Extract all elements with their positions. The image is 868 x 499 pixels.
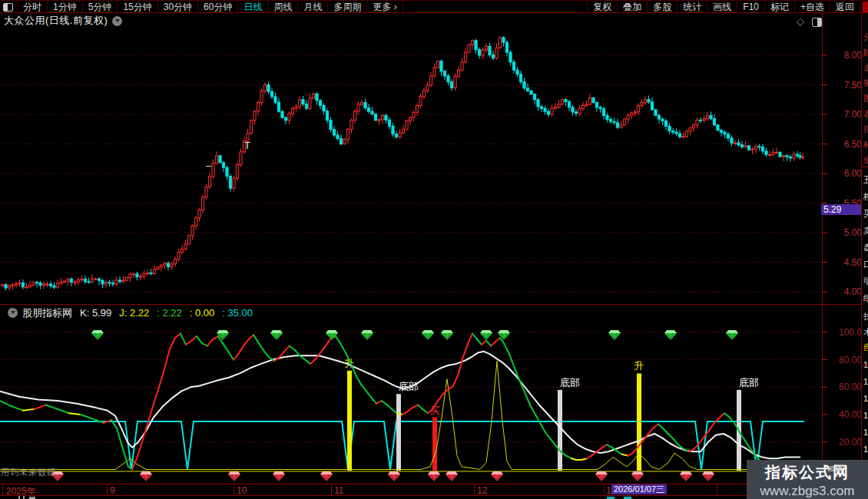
- indicator-axis-label: 100.0: [823, 327, 862, 338]
- sidebar-clipped-glyph: 1: [863, 444, 868, 454]
- watermark-url: www.zbgs3.com: [747, 484, 868, 499]
- sidebar-clipped-glyph: 1: [863, 394, 868, 403]
- toolbar-period-2[interactable]: 5分钟: [83, 2, 118, 13]
- price-axis-label: 8.00: [823, 50, 862, 61]
- price-axis-label: 6.00: [823, 168, 862, 179]
- price-axis-label: 5.00: [823, 227, 862, 238]
- sidebar-clipped-glyph: 指: [863, 124, 868, 135]
- gem-icon: [217, 330, 229, 340]
- toolbar-action-5[interactable]: F10: [737, 2, 765, 13]
- future-data-note: 用到未来数据: [1, 467, 56, 478]
- toolbar-action-2[interactable]: 多股: [648, 2, 678, 13]
- gem-icon: [326, 330, 338, 340]
- sidebar-clipped-glyph: 技: [863, 311, 868, 322]
- toolbar-action-0[interactable]: 复权: [587, 2, 618, 13]
- toolbar-period-9[interactable]: 多周期: [328, 2, 367, 13]
- sidebar-clipped-glyph: 自: [863, 342, 868, 353]
- toolbar-period-5[interactable]: 60分钟: [198, 2, 238, 13]
- indicator-value-0: K: 5.99: [80, 307, 111, 319]
- price-axis-label: 4.00: [823, 286, 862, 297]
- toolbar-action-7[interactable]: +自选: [795, 2, 830, 13]
- toolbar-period-8[interactable]: 月线: [298, 2, 328, 13]
- panel-toggle-icon[interactable]: [812, 18, 822, 27]
- sidebar-separator: [862, 167, 868, 167]
- toolbar-period-1[interactable]: 1分钟: [48, 2, 83, 13]
- sidebar-clipped-glyph: 买: [863, 208, 868, 220]
- price-axis-label: 7.00: [823, 109, 862, 120]
- gem-icon: [441, 330, 453, 340]
- sidebar-clipped-glyph: 术: [863, 326, 868, 338]
- sidebar-clipped-glyph: 标: [863, 139, 868, 150]
- stock-title: 大众公用(日线.前复权): [4, 14, 108, 28]
- indicator-collapse-icon[interactable]: [8, 308, 18, 318]
- signal-label: 底部: [739, 377, 759, 388]
- indicator-value-1: J: 2.22: [119, 307, 149, 319]
- date-label: 9: [110, 485, 115, 496]
- sidebar-clipped-glyph: 势: [863, 78, 868, 89]
- date-label: 10: [237, 485, 247, 496]
- sidebar-clipped-glyph: 值: [863, 154, 868, 166]
- sidebar-clipped-glyph: 明: [863, 276, 868, 287]
- chevron-down-icon[interactable]: [112, 16, 122, 26]
- sidebar-clipped-glyph: 档: [863, 191, 868, 203]
- sidebar-clipped-glyph: 口: [863, 259, 868, 270]
- indicator-value-2: : 2.22: [157, 307, 182, 319]
- toolbar-action-8[interactable]: 返回: [830, 2, 860, 13]
- indicator-axis-label: 40.00: [823, 409, 862, 420]
- window-layout-icon[interactable]: [3, 3, 13, 12]
- indicator-header: 股朋指标网 K: 5.99J: 2.22: 2.22: 0.00: 35.00: [3, 307, 253, 319]
- pane-resize-icon[interactable]: ⊠⊠: [827, 464, 842, 473]
- sidebar-clipped-glyph: 盘: [863, 242, 868, 253]
- toolbar-action-1[interactable]: 叠加: [618, 2, 648, 13]
- period-menu: 分时1分钟5分钟15分钟30分钟60分钟日线周线月线多周期更多 ›: [17, 1, 403, 13]
- gem-icon: [446, 471, 458, 481]
- sidebar-separator: [862, 349, 868, 349]
- sidebar-clipped-glyph: 时: [863, 47, 868, 58]
- date-label: 12: [477, 485, 487, 496]
- toolbar-action-4[interactable]: 画线: [707, 2, 737, 13]
- gem-icon: [491, 471, 503, 481]
- toolbar-action-6[interactable]: 标记: [765, 2, 795, 13]
- toolbar-period-7[interactable]: 周线: [268, 2, 298, 13]
- clipped-pane-mark: [23, 496, 25, 499]
- indicator-value-3: : 0.00: [190, 307, 215, 319]
- indicator-axis-label: 80.00: [823, 355, 862, 365]
- indicator-value-4: : 35.00: [222, 307, 253, 319]
- gem-icon: [595, 471, 608, 481]
- toolbar-action-3[interactable]: 统计: [678, 2, 707, 13]
- last-date-badge: 2026/01/07三: [611, 484, 667, 494]
- sidebar-clipped-glyph: 表: [863, 108, 868, 120]
- corner-block: [863, 2, 868, 12]
- price-axis-label: 7.50: [823, 80, 862, 91]
- clipped-pane-mark: [18, 496, 20, 499]
- sidebar-clipped-glyph: 1: [863, 428, 868, 437]
- sidebar-clipped-glyph: 五: [863, 174, 868, 186]
- action-menu: 复权叠加多股统计画线F10标记+自选返回: [587, 1, 860, 13]
- gem-icon: [480, 330, 492, 340]
- toolbar-period-6[interactable]: 日线: [238, 2, 268, 13]
- watermark-box: 指标公式网 www.zbgs3.com: [747, 460, 868, 499]
- chart-canvas[interactable]: 升底部买底部升底部: [0, 0, 868, 499]
- gem-icon: [422, 330, 434, 340]
- toolbar-period-0[interactable]: 分时: [17, 2, 48, 13]
- title-row: 大众公用(日线.前复权): [4, 15, 122, 27]
- trading-terminal: 分时1分钟5分钟15分钟30分钟60分钟日线周线月线多周期更多 › 复权叠加多股…: [0, 0, 868, 499]
- indicator-axis-label: 60.00: [823, 382, 862, 392]
- diamond-marker-icon[interactable]: ◇: [797, 15, 804, 27]
- sidebar-clipped-glyph: 1: [863, 377, 868, 386]
- gem-icon: [140, 471, 152, 481]
- toolbar-period-4[interactable]: 30分钟: [158, 2, 198, 13]
- toolbar-period-10[interactable]: 更多 ›: [367, 2, 403, 13]
- sidebar-separator: [862, 365, 868, 365]
- current-price-badge: 5.29: [821, 204, 863, 215]
- gem-icon: [608, 330, 621, 340]
- gem-icon: [428, 471, 440, 481]
- right-sidebar-clipped[interactable]: 分时走势图表指标值五档买卖盘口明细技术自1111111: [861, 13, 868, 499]
- gem-icon: [91, 330, 104, 340]
- signal-label: 底部: [399, 381, 419, 392]
- signal-label: 升: [634, 360, 644, 372]
- signal-label: 底部: [560, 377, 580, 388]
- sidebar-clipped-glyph: 卖: [863, 225, 868, 236]
- gem-icon: [664, 330, 677, 340]
- toolbar-period-3[interactable]: 15分钟: [118, 2, 157, 13]
